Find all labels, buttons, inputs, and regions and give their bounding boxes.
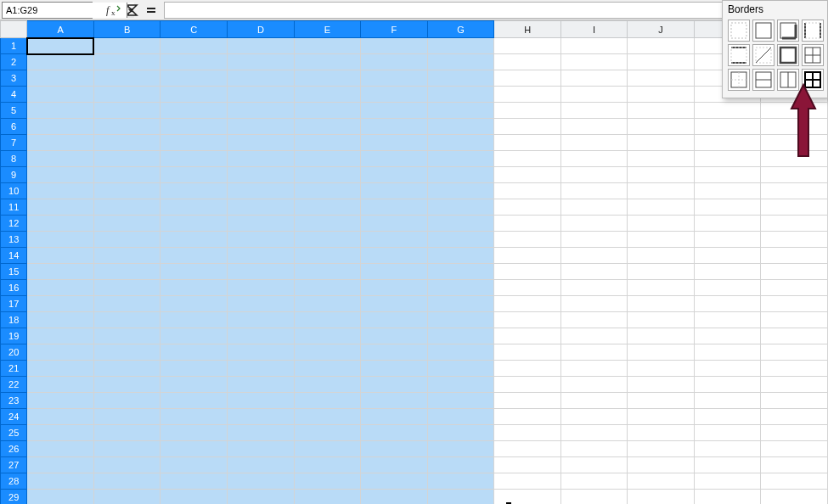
cell[interactable] [361, 38, 428, 54]
cell[interactable] [761, 135, 828, 151]
cell[interactable] [761, 312, 828, 328]
cell[interactable] [27, 409, 94, 425]
cell[interactable] [27, 248, 94, 264]
cell[interactable] [361, 135, 428, 151]
cell[interactable] [560, 135, 627, 151]
cell[interactable] [494, 183, 561, 199]
cell[interactable] [628, 103, 695, 119]
cell[interactable] [294, 361, 361, 377]
row-header[interactable]: 6 [1, 119, 27, 135]
cell[interactable] [361, 457, 428, 473]
cell[interactable] [93, 377, 161, 393]
cell[interactable] [161, 409, 228, 425]
row-header[interactable]: 16 [1, 280, 27, 296]
border-option-no-border[interactable] [728, 20, 750, 42]
cell[interactable] [494, 296, 561, 312]
border-option-left-right-border[interactable] [802, 20, 824, 42]
cell[interactable] [560, 103, 627, 119]
cell[interactable] [161, 70, 228, 87]
cell[interactable] [761, 425, 828, 441]
cell[interactable] [761, 151, 828, 167]
row-header[interactable]: 24 [1, 409, 27, 425]
row-header[interactable]: 26 [1, 441, 27, 457]
cell[interactable] [628, 473, 695, 490]
cell[interactable] [761, 393, 828, 409]
cell[interactable] [694, 280, 761, 296]
cell[interactable] [761, 441, 828, 457]
row-header[interactable]: 8 [1, 151, 27, 167]
cell[interactable] [761, 328, 828, 344]
cell[interactable] [761, 361, 828, 377]
cell[interactable] [294, 119, 361, 135]
cell[interactable] [761, 409, 828, 425]
cell[interactable] [427, 54, 494, 70]
cell[interactable] [228, 328, 295, 344]
cell[interactable] [694, 151, 761, 167]
cell[interactable] [694, 490, 761, 505]
cell[interactable] [361, 425, 428, 441]
cell[interactable] [761, 103, 828, 119]
cell[interactable] [427, 328, 494, 344]
cell[interactable] [427, 151, 494, 167]
cell[interactable] [628, 216, 695, 232]
cell[interactable] [294, 473, 361, 490]
cell[interactable] [294, 490, 361, 505]
cell[interactable] [27, 312, 94, 328]
cell[interactable] [494, 167, 561, 183]
cell[interactable] [27, 87, 94, 103]
row-header[interactable]: 14 [1, 248, 27, 264]
row-header[interactable]: 9 [1, 167, 27, 183]
row-header[interactable]: 1 [1, 38, 27, 54]
cell[interactable] [228, 457, 295, 473]
row-header[interactable]: 29 [1, 490, 27, 505]
cell[interactable] [494, 377, 561, 393]
cell[interactable] [761, 344, 828, 361]
cell[interactable] [294, 280, 361, 296]
column-header[interactable]: D [228, 21, 295, 38]
cell[interactable] [694, 296, 761, 312]
cell[interactable] [494, 103, 561, 119]
cell[interactable] [228, 409, 295, 425]
row-header[interactable]: 3 [1, 70, 27, 87]
cell[interactable] [560, 312, 627, 328]
cell[interactable] [560, 328, 627, 344]
cell[interactable] [560, 344, 627, 361]
cell[interactable] [27, 264, 94, 280]
cell[interactable] [294, 54, 361, 70]
cell[interactable] [294, 216, 361, 232]
cell[interactable] [93, 425, 161, 441]
cell[interactable] [228, 87, 295, 103]
cell[interactable] [93, 119, 161, 135]
cell[interactable] [93, 216, 161, 232]
cell[interactable] [361, 361, 428, 377]
cell[interactable] [27, 216, 94, 232]
cell[interactable] [694, 216, 761, 232]
cell[interactable] [161, 264, 228, 280]
cell[interactable] [494, 312, 561, 328]
cell[interactable] [427, 457, 494, 473]
cell[interactable] [27, 280, 94, 296]
cell[interactable] [228, 199, 295, 216]
cell[interactable] [161, 377, 228, 393]
cell[interactable] [161, 151, 228, 167]
cell[interactable] [628, 361, 695, 377]
cell[interactable] [294, 183, 361, 199]
cell[interactable] [93, 280, 161, 296]
cell[interactable] [694, 377, 761, 393]
cell[interactable] [694, 328, 761, 344]
column-header[interactable]: J [628, 21, 695, 38]
cell[interactable] [560, 199, 627, 216]
cell[interactable] [560, 441, 627, 457]
cell[interactable] [361, 473, 428, 490]
cell[interactable] [361, 54, 428, 70]
cell[interactable] [228, 70, 295, 87]
cell[interactable] [161, 167, 228, 183]
cell[interactable] [228, 248, 295, 264]
cell[interactable] [93, 103, 161, 119]
cell[interactable] [161, 119, 228, 135]
cell[interactable] [628, 264, 695, 280]
cell[interactable] [27, 103, 94, 119]
cell[interactable] [361, 280, 428, 296]
cell[interactable] [228, 135, 295, 151]
cell[interactable] [294, 167, 361, 183]
